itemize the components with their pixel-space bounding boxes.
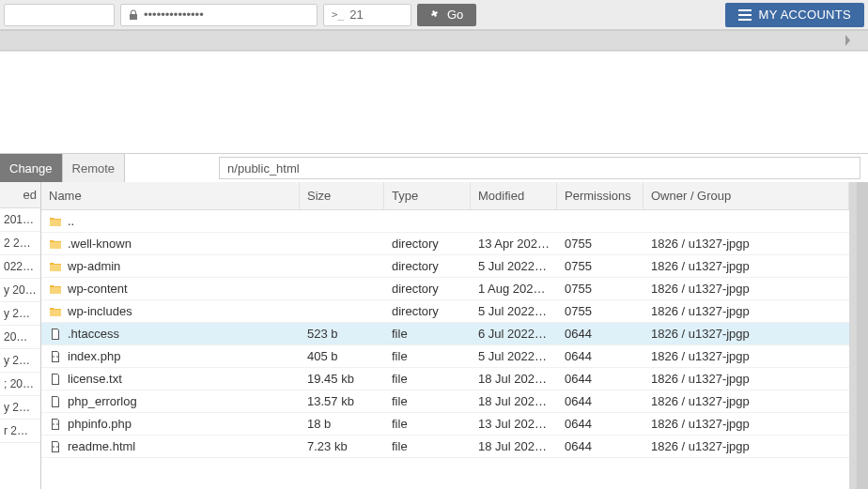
file-type: directory <box>384 300 471 322</box>
left-panel: ed 201…2 20…022…y 20…y 2…20…y 2…; 20…y 2… <box>0 182 41 489</box>
file-modified: 18 Jul 2022 2… <box>471 436 557 457</box>
file-type: file <box>384 436 471 457</box>
file-size <box>300 300 384 322</box>
file-row[interactable]: phpinfo.php18 bfile13 Jul 2022 1…0644182… <box>41 413 849 436</box>
file-permissions: 0644 <box>557 436 643 457</box>
file-size <box>300 233 384 254</box>
file-name: .well-known <box>68 237 132 251</box>
port-value: 21 <box>349 8 363 22</box>
file-type: file <box>384 368 471 390</box>
remote-path-input[interactable] <box>219 157 860 179</box>
col-modified[interactable]: Modified <box>471 182 557 209</box>
terminal-icon: >_ <box>332 8 344 21</box>
col-permissions[interactable]: Permissions <box>557 182 643 209</box>
connection-toolbar: •••••••••••••• >_ 21 Go MY ACCOUNTS <box>0 0 868 30</box>
file-type <box>384 210 471 232</box>
file-type: directory <box>384 255 471 277</box>
left-list-item[interactable]: y 2… <box>0 396 40 420</box>
port-input[interactable]: >_ 21 <box>323 4 411 26</box>
file-owner <box>643 210 849 232</box>
file-owner: 1826 / u1327-jpgp <box>643 390 849 412</box>
file-type: file <box>384 323 471 344</box>
file-name: readme.html <box>68 439 135 453</box>
left-list-item[interactable]: 201… <box>0 208 40 232</box>
list-icon <box>738 9 752 21</box>
file-modified: 13 Jul 2022 1… <box>471 413 557 435</box>
left-list-item[interactable]: 022… <box>0 255 40 279</box>
left-list-item[interactable]: r 2… <box>0 420 40 443</box>
file-code-icon <box>49 440 62 453</box>
file-owner: 1826 / u1327-jpgp <box>643 255 849 277</box>
lock-icon <box>129 9 138 21</box>
col-size[interactable]: Size <box>300 182 384 209</box>
left-list-item[interactable]: 2 20… <box>0 232 40 255</box>
file-owner: 1826 / u1327-jpgp <box>643 368 849 390</box>
left-list-item[interactable]: y 2… <box>0 302 40 326</box>
file-owner: 1826 / u1327-jpgp <box>643 300 849 322</box>
file-permissions: 0755 <box>557 300 643 322</box>
scrollbar[interactable] <box>849 182 857 489</box>
file-size: 13.57 kb <box>300 390 384 412</box>
file-permissions: 0644 <box>557 368 643 390</box>
file-row[interactable]: index.php405 bfile5 Jul 2022 22:…0644182… <box>41 345 849 368</box>
file-size: 7.23 kb <box>300 436 384 457</box>
left-list-item[interactable]: 20… <box>0 326 40 349</box>
chevron-right-icon[interactable] <box>844 35 851 46</box>
file-modified: 5 Jul 2022 22:… <box>471 255 557 277</box>
col-type[interactable]: Type <box>384 182 471 209</box>
file-list-header: Name Size Type Modified Permissions Owne… <box>41 182 849 210</box>
file-size: 19.45 kb <box>300 368 384 390</box>
file-size <box>300 278 384 299</box>
file-modified: 5 Jul 2022 22:… <box>471 345 557 367</box>
file-type: directory <box>384 233 471 254</box>
my-accounts-button[interactable]: MY ACCOUNTS <box>725 3 864 27</box>
file-code-icon <box>49 350 62 363</box>
left-list-item[interactable]: y 2… <box>0 349 40 373</box>
tab-bar: Change Remote <box>0 154 868 182</box>
file-name: license.txt <box>68 372 122 386</box>
left-list-item[interactable]: ; 20… <box>0 373 40 396</box>
file-name: wp-includes <box>68 304 132 318</box>
file-row[interactable]: wp-admindirectory5 Jul 2022 22:…07551826… <box>41 255 849 278</box>
password-value: •••••••••••••• <box>144 8 204 22</box>
file-row[interactable]: .htaccess523 bfile6 Jul 2022 16:…0644182… <box>41 323 849 345</box>
left-list-item[interactable]: y 20… <box>0 279 40 302</box>
file-row[interactable]: .. <box>41 210 849 233</box>
separator-bar <box>0 30 868 51</box>
col-name[interactable]: Name <box>41 182 300 209</box>
file-row[interactable]: .well-knowndirectory13 Apr 2022 …0755182… <box>41 233 849 255</box>
file-owner: 1826 / u1327-jpgp <box>643 233 849 254</box>
file-size <box>300 255 384 277</box>
file-owner: 1826 / u1327-jpgp <box>643 278 849 299</box>
file-row[interactable]: license.txt19.45 kbfile18 Jul 2022 2…064… <box>41 368 849 390</box>
file-row[interactable]: php_errorlog13.57 kbfile18 Jul 2022 2…06… <box>41 390 849 413</box>
accounts-label: MY ACCOUNTS <box>759 8 851 22</box>
file-permissions <box>557 210 643 232</box>
file-name: wp-content <box>68 282 128 296</box>
scrollbar-outer[interactable] <box>857 182 868 489</box>
file-modified: 18 Jul 2022 2… <box>471 368 557 390</box>
plug-icon <box>430 9 442 21</box>
col-owner[interactable]: Owner / Group <box>643 182 849 209</box>
password-input[interactable]: •••••••••••••• <box>120 4 318 26</box>
file-permissions: 0644 <box>557 390 643 412</box>
file-name: .. <box>68 214 74 228</box>
server-input[interactable] <box>4 4 115 26</box>
file-owner: 1826 / u1327-jpgp <box>643 436 849 457</box>
file-owner: 1826 / u1327-jpgp <box>643 413 849 435</box>
file-name: wp-admin <box>68 259 120 273</box>
file-name: .htaccess <box>68 327 119 341</box>
go-button[interactable]: Go <box>417 4 476 26</box>
folder-open-icon <box>49 215 62 228</box>
file-permissions: 0644 <box>557 345 643 367</box>
file-type: file <box>384 345 471 367</box>
file-list-panel: Name Size Type Modified Permissions Owne… <box>41 182 849 489</box>
file-permissions: 0755 <box>557 255 643 277</box>
file-row[interactable]: wp-includesdirectory5 Jul 2022 22:…07551… <box>41 300 849 323</box>
file-row[interactable]: readme.html7.23 kbfile18 Jul 2022 2…0644… <box>41 436 849 458</box>
tab-change[interactable]: Change <box>0 154 63 182</box>
file-type: directory <box>384 278 471 299</box>
file-row[interactable]: wp-contentdirectory1 Aug 2022 1…07551826… <box>41 278 849 300</box>
file-size: 405 b <box>300 345 384 367</box>
tab-remote[interactable]: Remote <box>63 154 126 182</box>
